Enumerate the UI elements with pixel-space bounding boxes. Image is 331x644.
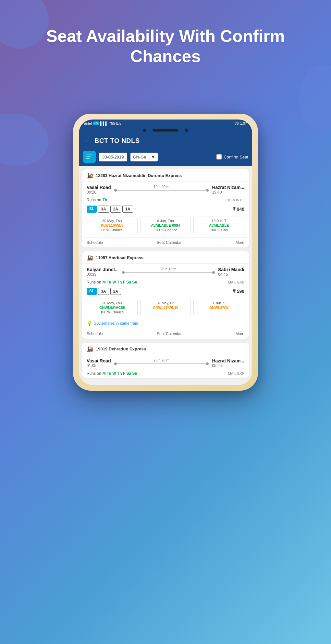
confirm-seat-checkbox[interactable] bbox=[216, 154, 222, 159]
availability-grid-2: 30 May, Thu GNWL8/RAC88 100 % Chance 31 … bbox=[82, 297, 249, 320]
train-icon-1: 🚂 bbox=[87, 172, 93, 179]
class-badges-2: SL 3A 2A ₹ 590 bbox=[82, 286, 249, 297]
runs-on-3: Runs on M Tu W Th F Sa Su bbox=[87, 371, 137, 376]
train-icon-2: 🚂 bbox=[87, 255, 93, 261]
from-station-1: Vasai Road 00:20 bbox=[87, 185, 111, 195]
train-route-2: Kalyan Junct... 00:33 28 h 13 m Sabzi Ma… bbox=[82, 264, 249, 279]
to-station-2: Sabzi Mandi 04:46 bbox=[218, 267, 244, 277]
train-route-1: Vasai Road 00:20 19 h 20 m Hazrat Nizam.… bbox=[82, 182, 249, 196]
more-link-2[interactable]: More bbox=[236, 332, 244, 336]
phone-mockup: airtel 4G ▌▌▌ 755 B/s 78 1:07 bbox=[73, 114, 258, 391]
train-card-2: 🚂 11057 Amritsar Express Kalyan Junct...… bbox=[82, 251, 249, 339]
class-badges-1: SL 3A 2A 1A ₹ 940 bbox=[82, 204, 249, 215]
app-header: ← BCT TO NDLS bbox=[79, 133, 252, 148]
badge-sl-1[interactable]: SL bbox=[87, 206, 97, 213]
from-station-2: Kalyan Junct... 00:33 bbox=[87, 267, 119, 277]
filter-icon bbox=[86, 155, 92, 159]
from-station-3: Vasai Road 01:05 bbox=[87, 358, 111, 368]
filter-button[interactable] bbox=[83, 151, 96, 163]
seat-calendar-link-1[interactable]: Seat Calendar bbox=[157, 240, 182, 245]
avail-cell-2-2[interactable]: 31 May, Fri GNWL17/WL10 bbox=[140, 299, 191, 316]
availability-grid-1: 30 May, Thu RLWL10/WL8 68 % Chance 6 Jun… bbox=[82, 215, 249, 237]
train-price-1: ₹ 940 bbox=[233, 207, 244, 212]
avail-cell-2-3[interactable]: 1 Jun, S GNWL37/W bbox=[193, 299, 244, 316]
camera-dot-left bbox=[143, 129, 146, 132]
train-header-1: 🚂 12283 Hazrat Nizamuddin Duronto Expres… bbox=[82, 169, 249, 182]
badge-2a-1[interactable]: 2A bbox=[110, 206, 121, 213]
confirm-seat-label: Confirm Seat bbox=[224, 155, 248, 159]
train-meta-3: Runs on M Tu W Th F Sa Su MAIL EXP bbox=[82, 370, 249, 378]
route-middle-3: 28 h 20 m bbox=[111, 358, 212, 364]
schedule-link-2[interactable]: Schedule bbox=[87, 332, 103, 336]
network-label: 4G bbox=[93, 121, 99, 125]
train-header-3: 🚂 19019 Dehradun Express bbox=[82, 343, 249, 355]
card-footer-1: Schedule Seat Calendar More bbox=[82, 237, 249, 247]
route-middle-2: 28 h 13 m bbox=[119, 267, 218, 273]
signal-icon: ▌▌▌ bbox=[100, 121, 108, 125]
avail-cell-1-1[interactable]: 30 May, Thu RLWL10/WL8 68 % Chance bbox=[87, 217, 138, 234]
train-name-2: 11057 Amritsar Express bbox=[96, 255, 143, 260]
seat-calendar-link-2[interactable]: Seat Calendar bbox=[157, 332, 182, 336]
route-middle-1: 19 h 20 m bbox=[111, 185, 212, 191]
runs-on-1: Runs on Th bbox=[87, 198, 107, 202]
train-name-3: 19019 Dehradun Express bbox=[96, 347, 146, 351]
alternates-banner: 💡 1 Alternates in same train bbox=[82, 320, 249, 329]
chevron-down-icon: ▼ bbox=[151, 155, 155, 159]
runs-on-2: Runs on M Tu W Th F Sa Su bbox=[87, 280, 137, 284]
battery-label: 78 bbox=[235, 121, 239, 125]
route-line-3 bbox=[114, 363, 209, 364]
train-header-2: 🚂 11057 Amritsar Express bbox=[82, 251, 249, 264]
bulb-icon: 💡 bbox=[87, 321, 92, 326]
badge-sl-2[interactable]: SL bbox=[87, 288, 97, 295]
sensor-dot-right bbox=[185, 129, 188, 132]
trains-list: 🚂 12283 Hazrat Nizamuddin Duronto Expres… bbox=[79, 166, 252, 385]
confirm-seat-area: Confirm Seat bbox=[216, 154, 248, 159]
speaker-bar bbox=[153, 129, 178, 132]
alternates-text[interactable]: 1 Alternates in same train bbox=[94, 321, 138, 326]
to-station-3: Hazrat Nizam... 05:25 bbox=[212, 358, 244, 368]
to-station-1: Hazrat Nizam... 19:40 bbox=[212, 185, 244, 195]
train-route-3: Vasai Road 01:05 28 h 20 m Hazrat Nizam.… bbox=[82, 355, 249, 370]
filter-bar: 30-05-2019 GN-Ge... ▼ Confirm Seat bbox=[79, 148, 252, 166]
badge-3a-2[interactable]: 3A bbox=[98, 288, 109, 295]
svg-rect-0 bbox=[86, 155, 92, 155]
carrier-label: airtel bbox=[84, 121, 92, 125]
train-name-1: 12283 Hazrat Nizamuddin Duronto Express bbox=[96, 173, 182, 178]
time-label: 1:07 bbox=[240, 121, 247, 125]
route-line-1 bbox=[114, 190, 209, 191]
train-card-3: 🚂 19019 Dehradun Express Vasai Road 01:0… bbox=[82, 343, 249, 378]
back-button[interactable]: ← bbox=[84, 137, 91, 145]
train-meta-2: Runs on M Tu W Th F Sa Su MAIL EXP bbox=[82, 279, 249, 286]
avail-cell-1-2[interactable]: 6 Jun, Thu AVAILABLE-0084 100 % Chance bbox=[140, 217, 191, 234]
card-footer-2: Schedule Seat Calendar More bbox=[82, 329, 249, 339]
notch-area bbox=[79, 127, 252, 133]
train-icon-3: 🚂 bbox=[87, 346, 93, 352]
status-bar: airtel 4G ▌▌▌ 755 B/s 78 1:07 bbox=[79, 120, 252, 127]
train-meta-1: Runs on Th DURONTO bbox=[82, 196, 249, 204]
speed-label: 755 B/s bbox=[109, 121, 121, 125]
badge-2a-2[interactable]: 2A bbox=[110, 288, 121, 295]
schedule-link-1[interactable]: Schedule bbox=[87, 240, 103, 245]
date-display[interactable]: 30-05-2019 bbox=[99, 153, 127, 161]
decorative-blob-3 bbox=[0, 114, 49, 166]
badge-3a-1[interactable]: 3A bbox=[98, 206, 109, 213]
class-dropdown[interactable]: GN-Ge... ▼ bbox=[130, 153, 158, 161]
route-line-2 bbox=[122, 272, 215, 273]
train-price-2: ₹ 590 bbox=[233, 289, 244, 294]
svg-rect-1 bbox=[86, 157, 91, 157]
avail-cell-2-1[interactable]: 30 May, Thu GNWL8/RAC88 100 % Chance bbox=[87, 299, 138, 316]
badge-1a-1[interactable]: 1A bbox=[122, 206, 133, 213]
avail-cell-1-3[interactable]: 13 Jun, T AVAILABLE 100 % Cha bbox=[193, 217, 244, 234]
more-link-1[interactable]: More bbox=[236, 240, 244, 245]
app-title: BCT TO NDLS bbox=[94, 137, 140, 145]
train-card-1: 🚂 12283 Hazrat Nizamuddin Duronto Expres… bbox=[82, 169, 249, 247]
page-title: Seat Availability With Confirm Chances bbox=[0, 0, 331, 80]
svg-rect-2 bbox=[86, 158, 90, 159]
